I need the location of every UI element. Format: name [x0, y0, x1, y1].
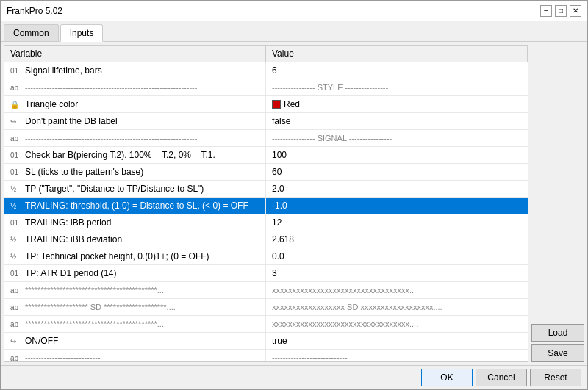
value-cell: xxxxxxxxxxxxxxxxxxxxxxxxxxxxxxxxxx.... — [266, 316, 528, 332]
table-row[interactable]: ab--------------------------------------… — [4, 350, 528, 362]
row-type-icon: ab — [10, 303, 22, 311]
variable-cell: 01SL (ticks to the pattern's base) — [4, 164, 266, 180]
row-type-icon: 01 — [10, 67, 22, 75]
value-cell: 3 — [266, 265, 528, 281]
table-row[interactable]: 01TRAILING: iBB period12 — [4, 214, 528, 231]
variable-cell: ab---------------------------- — [4, 350, 266, 362]
tab-bar: Common Inputs — [1, 21, 587, 42]
load-button[interactable]: Load — [531, 324, 584, 342]
value-cell: 2.618 — [266, 231, 528, 248]
table-row[interactable]: 01SL (ticks to the pattern's base)60 — [4, 164, 528, 181]
variable-cell: ab--------------------------------------… — [4, 79, 266, 95]
row-type-icon: 01 — [10, 270, 22, 278]
variable-cell: ab**************************************… — [4, 316, 266, 332]
variable-cell: ½TRAILING: iBB deviation — [4, 231, 266, 248]
table-row[interactable]: ½TP: Technical pocket height, 0.(0)1+; (… — [4, 248, 528, 265]
row-type-icon: ½ — [10, 202, 22, 210]
row-type-icon: 01 — [10, 151, 22, 159]
color-swatch — [272, 100, 281, 109]
variable-cell: 🔒Triangle color — [4, 96, 266, 112]
window-title: FrankPro 5.02 — [7, 6, 62, 16]
row-type-icon: ab — [10, 320, 22, 328]
table-row[interactable]: ab--------------------------------------… — [4, 130, 528, 147]
cancel-button[interactable]: Cancel — [476, 369, 527, 386]
variables-table: Variable Value 01Signal lifetime, bars6a… — [4, 45, 528, 362]
value-cell: ---------------------------- — [266, 350, 528, 362]
row-type-icon: ab — [10, 134, 22, 142]
row-type-icon: 01 — [10, 219, 22, 227]
value-cell: -1.0 — [266, 198, 528, 214]
bottom-bar: OK Cancel Reset — [1, 365, 587, 389]
row-type-icon: ↪ — [10, 118, 22, 126]
save-button[interactable]: Save — [531, 344, 584, 362]
value-cell: 2.0 — [266, 181, 528, 197]
variable-cell: ab--------------------------------------… — [4, 130, 266, 146]
side-buttons-panel: Load Save — [531, 45, 584, 362]
variable-cell: ½TRAILING: threshold, (1.0) = Distance t… — [4, 198, 266, 214]
row-type-icon: ½ — [10, 236, 22, 244]
row-type-icon: 🔒 — [10, 101, 22, 109]
table-row[interactable]: 01Check bar B(piercing T.2). 100% = T.2,… — [4, 147, 528, 164]
variable-cell: ↪ON/OFF — [4, 333, 266, 349]
col-value-header: Value — [266, 46, 528, 62]
close-button[interactable]: ✕ — [570, 5, 581, 17]
row-type-icon: 01 — [10, 168, 22, 176]
variable-cell: 01Check bar B(piercing T.2). 100% = T.2,… — [4, 147, 266, 163]
table-row[interactable]: 01Signal lifetime, bars6 — [4, 62, 528, 79]
title-bar: FrankPro 5.02 − □ ✕ — [1, 1, 587, 21]
value-cell: xxxxxxxxxxxxxxxxxx SD xxxxxxxxxxxxxxxxxx… — [266, 299, 528, 315]
value-cell: ---------------- SIGNAL ---------------- — [266, 130, 528, 146]
table-row[interactable]: ↪ON/OFFtrue — [4, 333, 528, 350]
value-cell: 6 — [266, 62, 528, 79]
variable-cell: ↪Don't paint the DB label — [4, 113, 266, 129]
table-header: Variable Value — [4, 46, 528, 62]
table-row[interactable]: ½TRAILING: iBB deviation2.618 — [4, 231, 528, 248]
value-cell: 100 — [266, 147, 528, 163]
variable-cell: ab**************************************… — [4, 282, 266, 298]
variable-cell: 01TP: ATR D1 period (14) — [4, 265, 266, 281]
table-body: 01Signal lifetime, bars6ab--------------… — [4, 62, 528, 362]
table-row[interactable]: 01TP: ATR D1 period (14)3 — [4, 265, 528, 282]
value-cell: xxxxxxxxxxxxxxxxxxxxxxxxxxxxxxxxxx... — [266, 282, 528, 298]
main-window: FrankPro 5.02 − □ ✕ Common Inputs Variab… — [0, 0, 588, 390]
value-cell: 60 — [266, 164, 528, 180]
tab-inputs[interactable]: Inputs — [60, 24, 104, 42]
table-row[interactable]: ab******************** SD **************… — [4, 299, 528, 316]
window-controls: − □ ✕ — [540, 5, 581, 17]
reset-button[interactable]: Reset — [530, 369, 581, 386]
ok-button[interactable]: OK — [421, 369, 473, 386]
value-cell: 0.0 — [266, 248, 528, 264]
table-row[interactable]: ½TP ("Target", "Distance to TP/Distance … — [4, 181, 528, 198]
table-row[interactable]: ↪Don't paint the DB labelfalse — [4, 113, 528, 130]
row-type-icon: ab — [10, 84, 22, 92]
minimize-button[interactable]: − — [540, 5, 552, 17]
value-cell: ---------------- STYLE ---------------- — [266, 79, 528, 95]
variable-cell: 01Signal lifetime, bars — [4, 62, 266, 79]
table-row[interactable]: ab**************************************… — [4, 316, 528, 333]
table-row[interactable]: ½TRAILING: threshold, (1.0) = Distance t… — [4, 198, 528, 214]
tab-common[interactable]: Common — [4, 24, 59, 41]
maximize-button[interactable]: □ — [555, 5, 567, 17]
col-variable-header: Variable — [4, 46, 266, 62]
table-row[interactable]: ab**************************************… — [4, 282, 528, 299]
row-type-icon: ab — [10, 286, 22, 295]
row-type-icon: ½ — [10, 185, 22, 193]
value-cell: 12 — [266, 214, 528, 231]
value-cell: Red — [266, 96, 528, 112]
table-row[interactable]: 🔒Triangle colorRed — [4, 96, 528, 113]
content-area: Variable Value 01Signal lifetime, bars6a… — [1, 42, 587, 365]
table-row[interactable]: ab--------------------------------------… — [4, 79, 528, 96]
variable-cell: ½TP ("Target", "Distance to TP/Distance … — [4, 181, 266, 197]
row-type-icon: ab — [10, 354, 22, 362]
value-cell: true — [266, 333, 528, 349]
row-type-icon: ½ — [10, 253, 22, 261]
variable-cell: 01TRAILING: iBB period — [4, 214, 266, 231]
row-type-icon: ↪ — [10, 337, 22, 345]
variable-cell: ½TP: Technical pocket height, 0.(0)1+; (… — [4, 248, 266, 264]
variable-cell: ab******************** SD **************… — [4, 299, 266, 315]
value-cell: false — [266, 113, 528, 129]
